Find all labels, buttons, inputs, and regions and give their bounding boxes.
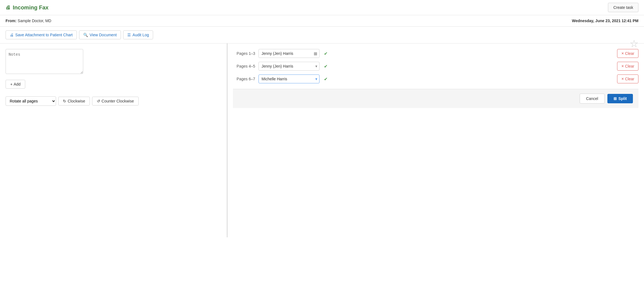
- x-icon-3: ✕: [621, 77, 624, 81]
- page-title: Incoming Fax: [13, 4, 49, 11]
- table-row: Pages 6–7 ▾ ✔ ✕ Clear: [233, 74, 638, 83]
- notes-section: [6, 49, 221, 75]
- pages-input-3[interactable]: [258, 74, 320, 83]
- save-icon: 🖨: [10, 33, 14, 37]
- counter-clockwise-icon: ↺: [97, 99, 100, 103]
- chevron-down-icon-3: ▾: [315, 77, 317, 81]
- pages-input-wrap-2: ▾: [258, 62, 320, 71]
- rotate-section: Rotate all pages Rotate selected pages ↻…: [6, 96, 221, 106]
- audit-log-label: Audit Log: [133, 33, 149, 37]
- view-document-button[interactable]: 🔍 View Document: [79, 30, 121, 39]
- grid-icon-1: ▦: [314, 51, 317, 56]
- table-row: Pages 4–5 ▾ ✔ ✕ Clear: [233, 62, 638, 71]
- check-icon-3: ✔: [324, 76, 328, 82]
- left-panel: + Add Rotate all pages Rotate selected p…: [0, 43, 227, 237]
- save-attachment-label: Save Attachment to Patient Chart: [15, 33, 73, 37]
- clear-label-2: Clear: [625, 64, 634, 68]
- x-icon-2: ✕: [621, 64, 624, 68]
- x-icon-1: ✕: [621, 52, 624, 55]
- from-line: From: Sample Doctor, MD: [6, 19, 51, 23]
- pages-input-wrap-1: ▦: [258, 49, 320, 58]
- split-icon: ⊞: [613, 96, 617, 101]
- header-title-group: 🖨 Incoming Fax: [6, 4, 49, 11]
- check-icon-2: ✔: [324, 64, 328, 69]
- plus-icon: +: [10, 82, 12, 86]
- split-label: Split: [618, 96, 627, 101]
- bottom-bar: Cancel ⊞ Split: [233, 89, 638, 108]
- pages-label-3: Pages 6–7: [233, 77, 255, 81]
- from-label: From:: [6, 19, 17, 23]
- check-icon-1: ✔: [324, 51, 328, 56]
- clear-label-1: Clear: [625, 51, 634, 56]
- pages-label-2: Pages 4–5: [233, 64, 255, 68]
- clear-button-1[interactable]: ✕ Clear: [617, 49, 638, 58]
- clear-button-3[interactable]: ✕ Clear: [617, 74, 638, 83]
- counter-clockwise-button[interactable]: ↺ Counter Clockwise: [92, 97, 139, 106]
- table-row: Pages 1–3 ▦ ✔ ✕ Clear: [233, 49, 638, 58]
- rotate-select[interactable]: Rotate all pages Rotate selected pages: [6, 96, 56, 106]
- pages-input-wrap-3: ▾: [258, 74, 320, 83]
- pages-input-1[interactable]: [258, 49, 320, 58]
- audit-log-button[interactable]: ☰ Audit Log: [123, 30, 153, 39]
- save-attachment-button[interactable]: 🖨 Save Attachment to Patient Chart: [6, 30, 77, 39]
- subheader: From: Sample Doctor, MD Wednesday, June …: [0, 15, 644, 27]
- create-task-button[interactable]: Create task: [608, 3, 638, 12]
- right-panel: Pages 1–3 ▦ ✔ ✕ Clear Pages 4–5: [227, 43, 644, 237]
- pages-label-1: Pages 1–3: [233, 51, 255, 56]
- star-icon[interactable]: ☆: [630, 38, 638, 49]
- view-document-label: View Document: [90, 33, 117, 37]
- add-label: Add: [14, 82, 21, 86]
- date-value: Wednesday, June 23, 2021 12:41 PM: [572, 19, 638, 23]
- clear-button-2[interactable]: ✕ Clear: [617, 62, 638, 71]
- clear-label-3: Clear: [625, 77, 634, 81]
- header: 🖨 Incoming Fax Create task: [0, 0, 644, 15]
- clockwise-button[interactable]: ↻ Clockwise: [58, 97, 90, 106]
- split-button[interactable]: ⊞ Split: [607, 94, 633, 103]
- counter-clockwise-label: Counter Clockwise: [102, 99, 134, 103]
- pages-input-2[interactable]: [258, 62, 320, 71]
- from-value: Sample Doctor, MD: [18, 19, 51, 23]
- pages-table: Pages 1–3 ▦ ✔ ✕ Clear Pages 4–5: [233, 49, 638, 83]
- clockwise-label: Clockwise: [68, 99, 85, 103]
- clockwise-icon: ↻: [63, 99, 66, 103]
- notes-input[interactable]: [6, 49, 83, 74]
- chevron-down-icon-2: ▾: [315, 64, 317, 68]
- fax-icon: 🖨: [6, 5, 11, 11]
- view-icon: 🔍: [83, 33, 88, 37]
- add-button[interactable]: + Add: [6, 80, 25, 89]
- audit-icon: ☰: [127, 33, 131, 37]
- cancel-button[interactable]: Cancel: [580, 94, 605, 104]
- toolbar: 🖨 Save Attachment to Patient Chart 🔍 Vie…: [0, 27, 644, 43]
- main-content: + Add Rotate all pages Rotate selected p…: [0, 43, 644, 237]
